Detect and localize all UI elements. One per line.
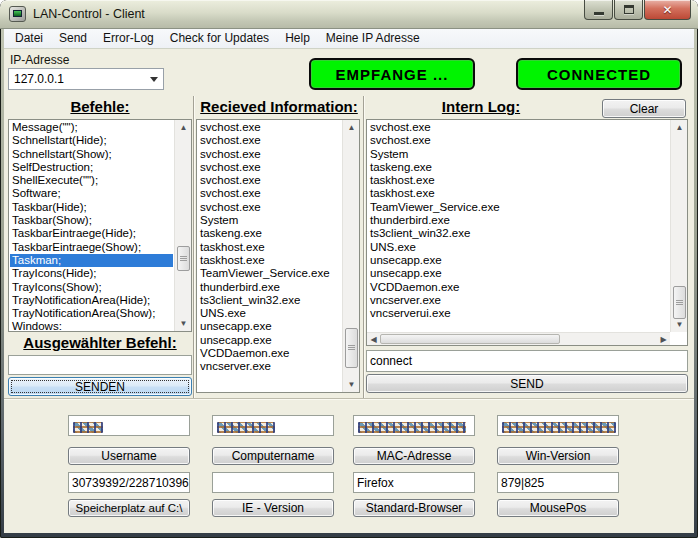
commands-listbox[interactable]: Message("");Schnellstart(Hide);Schnellst…	[8, 119, 192, 332]
ie-version-field[interactable]	[212, 472, 334, 493]
command-list-item[interactable]: Schnellstart(Hide);	[10, 134, 173, 147]
scrollbar-thumb[interactable]	[380, 334, 560, 344]
command-list-item[interactable]: Taskbar(Show);	[10, 214, 173, 227]
arrow-up-icon[interactable]: ▲	[671, 120, 688, 135]
ie-version-button[interactable]: IE - Version	[212, 499, 334, 517]
command-list-item[interactable]: TrayIcons(Hide);	[10, 267, 173, 280]
scrollbar-thumb[interactable]	[345, 328, 358, 368]
senden-button[interactable]: SENDEN	[8, 377, 192, 396]
mac-address-button[interactable]: MAC-Adresse	[353, 447, 475, 465]
scrollbar-thumb[interactable]	[673, 286, 686, 319]
send-button[interactable]: SEND	[366, 374, 688, 393]
received-list-item[interactable]: taskhost.exe	[198, 241, 341, 254]
close-button[interactable]: ✕	[644, 0, 691, 20]
log-list-item[interactable]: vncserver.exe	[368, 294, 669, 307]
command-list-item[interactable]: TrayIcons(Show);	[10, 281, 173, 294]
intern-log-vertical-scrollbar[interactable]: ▲ ▼	[670, 120, 687, 332]
log-list-item[interactable]: taskeng.exe	[368, 161, 669, 174]
commands-vertical-scrollbar[interactable]: ▲ ▼	[174, 120, 191, 331]
command-list-item[interactable]: Windows;	[10, 320, 173, 330]
command-list-item[interactable]: TrayNotificationArea(Hide);	[10, 294, 173, 307]
intern-log-listbox[interactable]: svchost.exesvchost.exeSystemtaskeng.exet…	[366, 119, 688, 346]
received-list-item[interactable]: taskhost.exe	[198, 254, 341, 267]
selected-command-input[interactable]	[8, 355, 192, 375]
log-list-item[interactable]: unsecapp.exe	[368, 267, 669, 280]
command-list-item[interactable]: Taskbar(Hide);	[10, 201, 173, 214]
arrow-left-icon[interactable]: ◀	[367, 333, 380, 345]
log-list-item[interactable]: unsecapp.exe	[368, 254, 669, 267]
disk-space-button[interactable]: Speicherplatz auf C:\	[68, 499, 190, 517]
mac-address-field[interactable]	[353, 415, 475, 436]
command-list-item[interactable]: TaskbarEintraege(Show);	[10, 241, 173, 254]
received-list-item[interactable]: thunderbird.exe	[198, 281, 341, 294]
menu-item[interactable]: Send	[51, 29, 95, 48]
clear-button[interactable]: Clear	[602, 99, 686, 118]
log-list-item[interactable]: taskhost.exe	[368, 174, 669, 187]
received-list-item[interactable]: UNS.exe	[198, 307, 341, 320]
log-list-item[interactable]: thunderbird.exe	[368, 214, 669, 227]
command-list-item[interactable]: Software;	[10, 187, 173, 200]
menu-item[interactable]: Help	[277, 29, 318, 48]
command-list-item[interactable]: Schnellstart(Show);	[10, 148, 173, 161]
command-list-item[interactable]: ShellExecute("");	[10, 174, 173, 187]
command-list-item[interactable]: TaskbarEintraege(Hide);	[10, 227, 173, 240]
message-input[interactable]: connect	[366, 350, 688, 372]
minimize-button[interactable]	[584, 0, 613, 20]
received-list-item[interactable]: svchost.exe	[198, 161, 341, 174]
received-list-item[interactable]: svchost.exe	[198, 121, 341, 134]
log-list-item[interactable]: taskhost.exe	[368, 187, 669, 200]
menu-item[interactable]: Datei	[7, 29, 51, 48]
username-field[interactable]	[68, 415, 190, 436]
log-list-item[interactable]: System	[368, 148, 669, 161]
menu-item[interactable]: Error-Log	[95, 29, 162, 48]
intern-log-horizontal-scrollbar[interactable]: ◀ ▶	[367, 332, 670, 345]
received-list-item[interactable]: taskeng.exe	[198, 227, 341, 240]
arrow-down-icon[interactable]: ▼	[175, 316, 192, 331]
scrollbar-thumb[interactable]	[177, 246, 190, 271]
computername-button[interactable]: Computername	[212, 447, 334, 465]
received-list-item[interactable]: unsecapp.exe	[198, 320, 341, 333]
mouse-pos-field[interactable]: 879|825	[497, 472, 619, 493]
arrow-down-icon[interactable]: ▼	[343, 377, 360, 392]
chevron-down-icon[interactable]	[150, 77, 158, 82]
command-list-item[interactable]: Taskman;	[10, 254, 173, 267]
log-list-item[interactable]: VCDDaemon.exe	[368, 281, 669, 294]
log-list-item[interactable]: svchost.exe	[368, 134, 669, 147]
command-list-item[interactable]: SelfDestruction;	[10, 161, 173, 174]
win-version-field[interactable]	[497, 415, 619, 436]
received-list-item[interactable]: TeamViewer_Service.exe	[198, 267, 341, 280]
log-list-item[interactable]: TeamViewer_Service.exe	[368, 201, 669, 214]
received-list-item[interactable]: svchost.exe	[198, 134, 341, 147]
arrow-right-icon[interactable]: ▶	[657, 333, 670, 345]
received-list-item[interactable]: VCDDaemon.exe	[198, 347, 341, 360]
received-list-item[interactable]: svchost.exe	[198, 201, 341, 214]
default-browser-field[interactable]: Firefox	[353, 472, 475, 493]
menu-item[interactable]: Meine IP Adresse	[318, 29, 428, 48]
win-version-button[interactable]: Win-Version	[497, 447, 619, 465]
log-list-item[interactable]: ts3client_win32.exe	[368, 227, 669, 240]
command-list-item[interactable]: Message("");	[10, 121, 173, 134]
disk-space-field[interactable]: 30739392/228710396 kB	[68, 472, 190, 493]
received-vertical-scrollbar[interactable]: ▲ ▼	[342, 120, 359, 392]
received-listbox[interactable]: svchost.exesvchost.exesvchost.exesvchost…	[196, 119, 360, 393]
received-list-item[interactable]: svchost.exe	[198, 148, 341, 161]
maximize-button[interactable]	[614, 0, 643, 20]
log-list-item[interactable]: vncserverui.exe	[368, 307, 669, 320]
receive-status-button[interactable]: EMPFANGE ...	[309, 58, 475, 90]
arrow-up-icon[interactable]: ▲	[343, 120, 360, 135]
command-list-item[interactable]: TrayNotificationArea(Show);	[10, 307, 173, 320]
received-list-item[interactable]: svchost.exe	[198, 187, 341, 200]
username-button[interactable]: Username	[68, 447, 190, 465]
log-list-item[interactable]: svchost.exe	[368, 121, 669, 134]
default-browser-button[interactable]: Standard-Browser	[353, 499, 475, 517]
arrow-up-icon[interactable]: ▲	[175, 120, 192, 135]
log-list-item[interactable]: UNS.exe	[368, 241, 669, 254]
received-list-item[interactable]: System	[198, 214, 341, 227]
ip-address-combobox[interactable]: 127.0.0.1	[8, 68, 164, 90]
received-list-item[interactable]: unsecapp.exe	[198, 334, 341, 347]
connected-status-button[interactable]: CONNECTED	[516, 58, 682, 90]
received-list-item[interactable]: svchost.exe	[198, 174, 341, 187]
titlebar[interactable]: LAN-Control - Client ✕	[0, 0, 698, 29]
mouse-pos-button[interactable]: MousePos	[497, 499, 619, 517]
arrow-down-icon[interactable]: ▼	[671, 317, 688, 332]
